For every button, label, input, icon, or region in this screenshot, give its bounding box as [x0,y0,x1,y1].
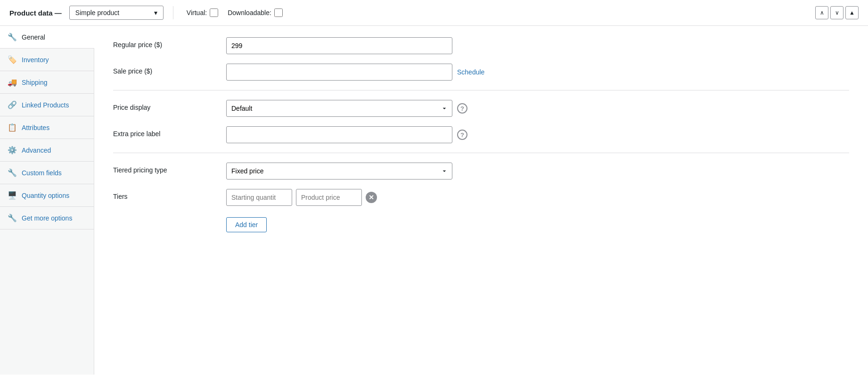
product-type-value: Simple product [75,9,119,16]
regular-price-input[interactable] [226,37,452,54]
divider-2 [113,153,849,153]
sidebar-label-linked-products: Linked Products [22,101,69,109]
price-display-label: Price display [113,100,217,111]
sidebar-label-attributes: Attributes [22,124,49,131]
price-display-help-icon[interactable]: ? [457,103,467,114]
arrow-collapse-button[interactable]: ▲ [845,6,859,19]
quantity-icon: 🖥️ [8,191,17,200]
list-icon: 📋 [8,123,17,132]
add-tier-field: Add tier [226,215,849,232]
schedule-link[interactable]: Schedule [457,68,484,76]
header-arrows: ∧ ∨ ▲ [815,6,859,19]
add-tier-row: Add tier [113,215,849,232]
virtual-checkbox[interactable] [210,8,218,17]
product-data-body: 🔧 General 🏷️ Inventory 🚚 Shipping 🔗 Link… [0,26,868,375]
product-data-title: Product data — [9,9,62,17]
remove-tier-button[interactable]: ✕ [366,192,377,203]
sale-price-field: Schedule [226,64,849,81]
content-panel: Regular price ($) Sale price ($) Schedul… [94,26,868,375]
sidebar-label-advanced: Advanced [22,147,51,154]
link-icon: 🔗 [8,100,17,109]
sidebar: 🔧 General 🏷️ Inventory 🚚 Shipping 🔗 Link… [0,26,94,375]
sidebar-label-get-more-options: Get more options [22,214,72,222]
product-type-select[interactable]: Simple product ▾ [69,6,164,20]
sale-price-label: Sale price ($) [113,64,217,75]
downloadable-checkbox-label[interactable]: Downloadable: [228,8,283,17]
sidebar-item-linked-products[interactable]: 🔗 Linked Products [0,94,94,116]
sidebar-item-custom-fields[interactable]: 🔧 Custom fields [0,162,94,184]
sidebar-item-get-more-options[interactable]: 🔧 Get more options [0,207,94,229]
sidebar-item-inventory[interactable]: 🏷️ Inventory [0,49,94,71]
arrow-up-button[interactable]: ∧ [815,6,828,19]
virtual-label: Virtual: [187,9,207,16]
extra-price-label-label: Extra price label [113,126,217,138]
custom-fields-icon: 🔧 [8,168,17,177]
sidebar-item-general[interactable]: 🔧 General [0,26,94,49]
separator [173,6,173,19]
chevron-down-icon: ▾ [154,9,157,16]
extra-price-label-input[interactable] [226,126,452,143]
regular-price-row: Regular price ($) [113,37,849,54]
regular-price-field [226,37,849,54]
sidebar-label-custom-fields: Custom fields [22,169,62,177]
sidebar-item-shipping[interactable]: 🚚 Shipping [0,71,94,94]
tiered-pricing-type-label: Tiered pricing type [113,163,217,174]
sidebar-item-advanced[interactable]: ⚙️ Advanced [0,139,94,162]
sidebar-label-quantity-options: Quantity options [22,192,69,199]
tiered-pricing-type-row: Tiered pricing type Fixed price Percenta… [113,163,849,180]
tiered-pricing-type-field: Fixed price Percentage discount [226,163,849,180]
extra-price-label-row: Extra price label ? [113,126,849,143]
tiers-row: Tiers ✕ [113,189,849,206]
sidebar-label-inventory: Inventory [22,56,49,64]
wrench-icon: 🔧 [8,33,17,41]
tiered-pricing-type-select[interactable]: Fixed price Percentage discount [226,163,452,180]
extra-price-label-help-icon[interactable]: ? [457,130,467,140]
truck-icon: 🚚 [8,78,17,87]
product-data-header: Product data — Simple product ▾ Virtual:… [0,0,868,26]
tiers-field: ✕ [226,189,849,206]
tiers-inputs: ✕ [226,189,377,206]
price-display-field: Default Price range Minimum price Hidden… [226,100,849,117]
sidebar-item-attributes[interactable]: 📋 Attributes [0,116,94,139]
extra-price-label-field: ? [226,126,849,143]
price-display-row: Price display Default Price range Minimu… [113,100,849,117]
virtual-downloadable-group: Virtual: Downloadable: [187,8,283,17]
price-display-select[interactable]: Default Price range Minimum price Hidden [226,100,452,117]
tiers-label: Tiers [113,189,217,200]
sidebar-item-quantity-options[interactable]: 🖥️ Quantity options [0,184,94,207]
virtual-checkbox-label[interactable]: Virtual: [187,8,218,17]
downloadable-label: Downloadable: [228,9,271,16]
sale-price-row: Sale price ($) Schedule [113,64,849,81]
tag-icon: 🏷️ [8,55,17,64]
sidebar-label-general: General [22,33,45,41]
downloadable-checkbox[interactable] [274,8,283,17]
tiers-starting-quantity-input[interactable] [226,189,292,206]
add-tier-spacer [113,215,217,219]
divider-1 [113,90,849,90]
more-icon: 🔧 [8,213,17,222]
add-tier-button[interactable]: Add tier [226,217,267,232]
tiers-product-price-input[interactable] [296,189,362,206]
regular-price-label: Regular price ($) [113,37,217,49]
arrow-down-button[interactable]: ∨ [830,6,843,19]
sidebar-label-shipping: Shipping [22,79,48,86]
sale-price-input[interactable] [226,64,452,81]
gear-icon: ⚙️ [8,146,17,155]
